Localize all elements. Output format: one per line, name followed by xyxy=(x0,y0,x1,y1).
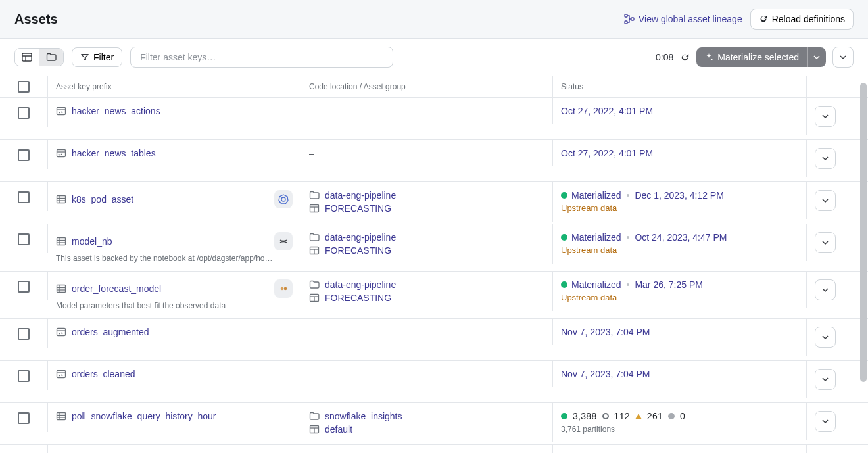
table-icon xyxy=(56,283,66,294)
row-checkbox[interactable] xyxy=(18,149,30,161)
status-upstream-warning: Upstream data xyxy=(561,245,727,255)
chevron-down-icon xyxy=(822,113,829,120)
search-input[interactable] xyxy=(130,47,393,68)
row-action-menu[interactable] xyxy=(815,327,836,348)
row-action-menu[interactable] xyxy=(815,148,836,169)
status-upstream-warning: Upstream data xyxy=(561,203,724,213)
chevron-down-icon xyxy=(822,418,829,425)
status-date[interactable]: Nov 7, 2023, 7:04 PM xyxy=(561,369,650,379)
status-materialized[interactable]: Materialized xyxy=(561,279,621,290)
row-action-menu[interactable] xyxy=(815,369,836,390)
asset-link[interactable]: order_forecast_model xyxy=(56,283,161,294)
refresh-icon[interactable] xyxy=(680,53,690,62)
asset-description: This asset is backed by the notebook at … xyxy=(56,254,293,263)
svg-rect-2 xyxy=(631,18,634,20)
asset-link[interactable]: hacker_news_actions xyxy=(56,106,160,116)
materialize-selected-button[interactable]: Materialize selected xyxy=(696,47,826,67)
svg-rect-8 xyxy=(57,150,66,157)
asset-name-text: orders_cleaned xyxy=(72,369,135,379)
status-date[interactable]: Dec 1, 2023, 4:12 PM xyxy=(635,190,723,201)
code-location-link[interactable]: snowflake_insights xyxy=(309,411,402,421)
status-materialized[interactable]: Materialized xyxy=(561,232,621,243)
asset-link[interactable]: orders_cleaned xyxy=(56,369,135,379)
asset-link[interactable]: hacker_news_tables xyxy=(56,148,156,158)
chevron-down-icon xyxy=(840,54,846,60)
folder-icon xyxy=(309,279,320,290)
chevron-down-icon xyxy=(822,155,829,162)
row-checkbox[interactable] xyxy=(18,191,30,203)
status-date[interactable]: Oct 27, 2022, 4:01 PM xyxy=(561,106,653,116)
chevron-down-icon xyxy=(822,376,829,383)
row-action-menu[interactable] xyxy=(815,232,836,253)
view-global-lineage-link[interactable]: View global asset lineage xyxy=(624,14,742,24)
asset-name-text: orders_augmented xyxy=(72,327,149,337)
row-checkbox[interactable] xyxy=(18,412,30,424)
status-date[interactable]: Nov 7, 2023, 7:04 PM xyxy=(561,327,650,337)
dots-icon xyxy=(274,279,293,298)
row-checkbox[interactable] xyxy=(18,370,30,382)
status-date[interactable]: Oct 24, 2023, 4:47 PM xyxy=(635,232,727,243)
group-icon xyxy=(309,424,320,435)
row-action-menu[interactable] xyxy=(815,279,836,300)
filter-button[interactable]: Filter xyxy=(72,47,122,67)
asset-link[interactable]: model_nb xyxy=(56,236,112,247)
refresh-timer: 0:08 xyxy=(656,52,673,62)
sparkle-icon xyxy=(704,53,713,62)
page-title: Assets xyxy=(14,12,58,27)
vertical-scrollbar[interactable] xyxy=(860,83,867,382)
reload-definitions-button[interactable]: Reload definitions xyxy=(750,9,854,30)
list-icon xyxy=(22,53,32,62)
group-icon xyxy=(309,203,320,214)
svg-rect-26 xyxy=(57,285,66,293)
asset-group-link[interactable]: FORECASTING xyxy=(309,293,396,303)
status-upstream-warning: Upstream data xyxy=(561,293,703,302)
table-row: poll_snowflake_query_history_hour snowfl… xyxy=(0,403,868,445)
table-icon xyxy=(56,236,66,247)
row-checkbox[interactable] xyxy=(18,233,30,245)
asset-group-link[interactable]: FORECASTING xyxy=(309,203,396,214)
no-location: – xyxy=(309,369,314,379)
row-checkbox[interactable] xyxy=(18,107,30,119)
source-icon xyxy=(56,106,66,116)
row-action-menu[interactable] xyxy=(815,106,836,127)
asset-name-text: poll_snowflake_query_history_hour xyxy=(72,411,216,421)
source-icon xyxy=(56,327,66,337)
code-location-link[interactable]: data-eng-pipeline xyxy=(309,190,396,201)
svg-point-30 xyxy=(281,287,284,291)
row-checkbox[interactable] xyxy=(18,328,30,340)
source-icon xyxy=(56,369,66,379)
asset-link[interactable]: poll_snowflake_query_history_hour xyxy=(56,411,216,421)
row-action-menu[interactable] xyxy=(815,190,836,211)
status-date[interactable]: Oct 27, 2022, 4:01 PM xyxy=(561,148,653,158)
status-date[interactable]: Mar 26, 7:25 PM xyxy=(635,279,703,290)
view-toggle-folder[interactable] xyxy=(39,49,63,66)
chevron-down-icon xyxy=(822,239,829,246)
no-location: – xyxy=(309,106,314,116)
asset-link[interactable]: orders_augmented xyxy=(56,327,149,337)
folder-icon xyxy=(309,232,320,243)
code-location-link[interactable]: data-eng-pipeline xyxy=(309,279,396,290)
svg-rect-10 xyxy=(57,196,66,203)
col-header-asset: Asset key prefix xyxy=(48,76,301,97)
asset-group-link[interactable]: FORECASTING xyxy=(309,245,396,256)
code-location-link[interactable]: data-eng-pipeline xyxy=(309,232,396,243)
col-header-location: Code location / Asset group xyxy=(301,76,553,97)
svg-rect-35 xyxy=(57,329,66,336)
svg-rect-3 xyxy=(22,53,32,61)
asset-group-link[interactable]: default xyxy=(309,424,402,435)
asset-name-text: k8s_pod_asset xyxy=(72,194,133,204)
row-action-menu[interactable] xyxy=(815,411,836,432)
row-checkbox[interactable] xyxy=(18,281,30,293)
no-location: – xyxy=(309,327,314,337)
table-header: Asset key prefix Code location / Asset g… xyxy=(0,76,868,98)
table-row: order_forecast_model Model parameters th… xyxy=(0,272,868,319)
materialize-split-caret[interactable] xyxy=(807,47,826,67)
svg-rect-37 xyxy=(57,371,66,378)
view-toggle-list[interactable] xyxy=(15,49,39,66)
more-options-button[interactable] xyxy=(832,47,854,68)
status-materialized[interactable]: Materialized xyxy=(561,190,621,201)
table-row: orders_augmented –Nov 7, 2023, 7:04 PM xyxy=(0,319,868,361)
table-row: hacker_news_tables –Oct 27, 2022, 4:01 P… xyxy=(0,140,868,182)
select-all-checkbox[interactable] xyxy=(18,81,30,93)
asset-link[interactable]: k8s_pod_asset xyxy=(56,194,133,204)
